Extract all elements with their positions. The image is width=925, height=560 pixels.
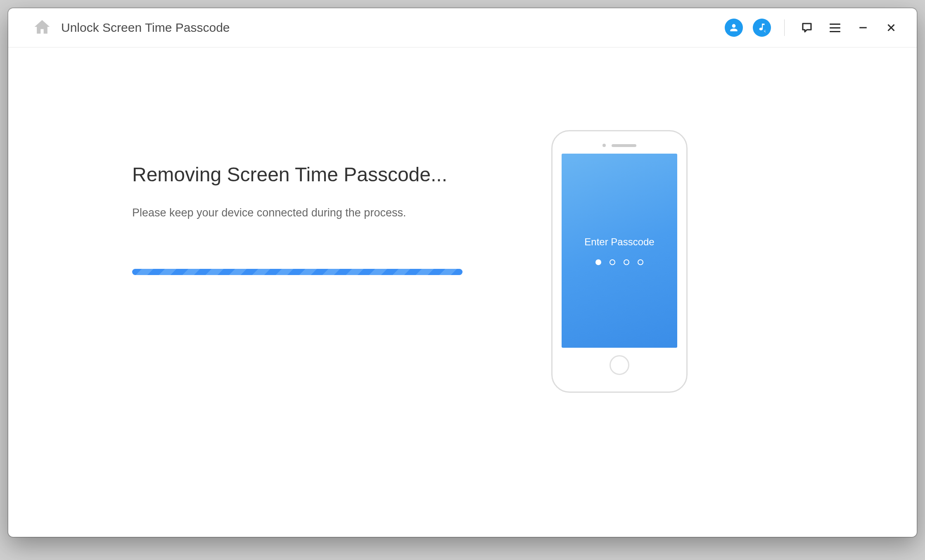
phone-top xyxy=(560,137,679,154)
minimize-button[interactable] xyxy=(854,19,872,37)
title-bar-right xyxy=(725,19,900,37)
window-title: Unlock Screen Time Passcode xyxy=(61,21,230,35)
phone-screen: Enter Passcode xyxy=(562,154,677,348)
title-bar-separator xyxy=(784,19,785,36)
home-icon[interactable] xyxy=(33,18,51,38)
progress-subtext: Please keep your device connected during… xyxy=(132,206,545,219)
passcode-label: Enter Passcode xyxy=(584,236,654,248)
progress-bar xyxy=(132,269,462,275)
title-bar: Unlock Screen Time Passcode xyxy=(8,8,917,47)
feedback-icon[interactable] xyxy=(798,19,816,37)
text-section: Removing Screen Time Passcode... Please … xyxy=(132,163,545,537)
music-search-icon[interactable] xyxy=(753,19,771,37)
passcode-dot-empty-icon xyxy=(638,259,643,265)
phone-camera-icon xyxy=(602,144,606,147)
account-icon[interactable] xyxy=(725,19,743,37)
close-button[interactable] xyxy=(882,19,900,37)
phone-home-button-icon xyxy=(610,355,629,375)
app-window: Unlock Screen Time Passcode xyxy=(8,8,917,537)
passcode-dot-filled-icon xyxy=(595,259,601,265)
phone-illustration: Enter Passcode xyxy=(551,130,688,393)
phone-illustration-section: Enter Passcode xyxy=(545,130,694,537)
passcode-dot-empty-icon xyxy=(624,259,629,265)
progress-heading: Removing Screen Time Passcode... xyxy=(132,163,545,186)
menu-icon[interactable] xyxy=(826,19,844,37)
passcode-dots xyxy=(595,259,643,265)
phone-speaker-icon xyxy=(612,144,636,147)
passcode-dot-empty-icon xyxy=(610,259,615,265)
main-content: Removing Screen Time Passcode... Please … xyxy=(8,47,917,537)
title-bar-left: Unlock Screen Time Passcode xyxy=(33,18,230,38)
